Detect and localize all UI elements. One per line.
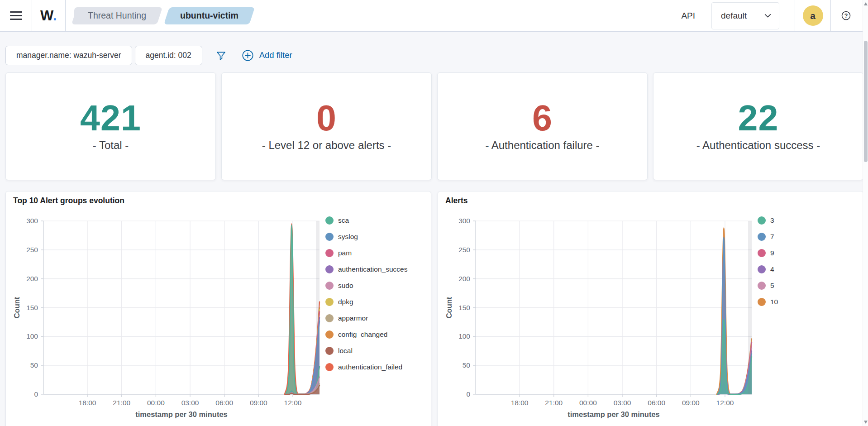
legend-label: local — [338, 347, 353, 355]
chart-legend: scasyslogpamauthentication_successudodpk… — [325, 212, 407, 375]
legend-label: apparmor — [338, 314, 368, 322]
scroll-thumb[interactable] — [864, 41, 868, 162]
stat-label: - Authentication failure - — [485, 139, 599, 152]
legend-label: dpkg — [338, 298, 353, 306]
legend-item-dpkg[interactable]: dpkg — [325, 294, 407, 310]
legend-dot-icon — [758, 298, 766, 306]
breadcrumb-label: ubuntu-victim — [180, 10, 238, 21]
x-tick-label: 21:00 — [545, 399, 563, 407]
stat-label: - Authentication success - — [696, 139, 820, 152]
menu-button[interactable] — [0, 0, 32, 31]
main-content: 421- Total -0- Level 12 or above alerts … — [0, 72, 868, 426]
stat-label: - Total - — [93, 139, 129, 152]
y-tick-label: 200 — [458, 275, 470, 282]
x-tick-label: 12:00 — [716, 399, 734, 407]
scroll-down-arrow-icon[interactable] — [864, 421, 868, 424]
breadcrumb-agent[interactable]: ubuntu-victim — [167, 7, 252, 24]
filter-pill-0[interactable]: manager.name: wazuh-server — [5, 46, 132, 65]
filter-options-button[interactable] — [212, 46, 230, 64]
breadcrumb-threat-hunting[interactable]: Threat Hunting — [74, 7, 160, 24]
stat-card-3: 22- Authentication success - — [653, 72, 863, 180]
legend-item-9[interactable]: 9 — [758, 245, 778, 261]
x-tick-label: 03:00 — [181, 399, 199, 407]
x-tick-label: 06:00 — [648, 399, 665, 407]
legend-item-syslog[interactable]: syslog — [325, 229, 407, 245]
legend-item-sudo[interactable]: sudo — [325, 278, 407, 294]
x-tick-label: 00:00 — [147, 399, 165, 407]
legend-item-config_changed[interactable]: config_changed — [325, 326, 407, 343]
y-tick-label: 300 — [458, 217, 470, 225]
add-filter-button[interactable]: Add filter — [242, 50, 292, 61]
y-axis-title: Count — [13, 297, 21, 318]
y-tick-label: 150 — [26, 304, 38, 311]
stat-value: 0 — [316, 101, 337, 135]
legend-item-authentication_succes[interactable]: authentication_succes — [325, 261, 407, 278]
y-tick-label: 50 — [463, 361, 471, 369]
legend-item-apparmor[interactable]: apparmor — [325, 310, 407, 326]
breadcrumbs: Threat Hunting ubuntu-victim — [74, 7, 252, 24]
stat-value: 22 — [738, 101, 779, 135]
legend-label: syslog — [338, 233, 358, 241]
help-button[interactable]: ? — [831, 0, 861, 31]
breadcrumb-label: Threat Hunting — [88, 10, 146, 21]
help-icon: ? — [841, 11, 851, 20]
y-tick-label: 250 — [26, 246, 38, 254]
legend-dot-icon — [325, 330, 334, 339]
legend-item-sca[interactable]: sca — [325, 212, 407, 229]
wazuh-logo[interactable]: W. — [32, 8, 65, 24]
y-tick-label: 200 — [26, 275, 38, 282]
y-tick-label: 250 — [458, 246, 470, 254]
charts-row: Top 10 Alert groups evolution05010015020… — [5, 191, 863, 426]
legend-label: sudo — [338, 282, 353, 290]
x-tick-label: 18:00 — [511, 399, 529, 407]
legend-item-authentication_failed[interactable]: authentication_failed — [325, 359, 407, 375]
y-tick-label: 0 — [466, 390, 470, 398]
legend-dot-icon — [325, 363, 334, 371]
api-select-value: default — [721, 11, 747, 21]
x-tick-label: 00:00 — [579, 399, 597, 407]
user-avatar[interactable]: a — [803, 5, 823, 26]
plus-circle-icon — [242, 50, 253, 61]
svg-text:?: ? — [844, 13, 848, 19]
logo-dot: . — [53, 8, 57, 24]
y-tick-label: 300 — [26, 217, 38, 225]
legend-dot-icon — [758, 216, 766, 225]
legend-label: 9 — [770, 249, 774, 257]
x-axis-title: timestamp per 30 minutes — [568, 410, 660, 418]
legend-item-7[interactable]: 7 — [758, 229, 778, 245]
top-bar: W. Threat Hunting ubuntu-victim API defa… — [0, 0, 868, 32]
legend-item-pam[interactable]: pam — [325, 245, 407, 261]
legend-dot-icon — [325, 314, 334, 322]
stat-card-1: 0- Level 12 or above alerts - — [221, 72, 432, 180]
legend-dot-icon — [758, 249, 766, 257]
legend-item-10[interactable]: 10 — [758, 294, 778, 310]
scroll-up-arrow-icon[interactable] — [864, 2, 868, 5]
y-tick-label: 100 — [458, 332, 470, 340]
x-axis-title: timestamp per 30 minutes — [135, 410, 228, 418]
legend-label: authentication_succes — [338, 265, 407, 273]
api-select[interactable]: default — [711, 2, 779, 29]
legend-label: 5 — [770, 282, 774, 290]
stat-label: - Level 12 or above alerts - — [262, 139, 391, 152]
legend-dot-icon — [325, 233, 334, 241]
legend-label: config_changed — [338, 330, 387, 339]
legend-item-3[interactable]: 3 — [758, 212, 778, 229]
legend-label: 4 — [770, 265, 774, 273]
header-divider — [65, 0, 66, 31]
x-tick-label: 06:00 — [215, 399, 233, 407]
partial-bucket-endzone — [748, 221, 752, 394]
y-tick-label: 0 — [34, 390, 38, 398]
filter-pill-1[interactable]: agent.id: 002 — [135, 46, 202, 65]
legend-dot-icon — [325, 347, 334, 355]
scrollbar[interactable] — [863, 0, 868, 426]
filter-icon — [216, 50, 226, 61]
chart-canvas[interactable]: 05010015020025030018:0021:0000:0003:0006… — [438, 191, 860, 426]
legend-label: 10 — [770, 298, 778, 306]
x-tick-label: 21:00 — [113, 399, 130, 407]
legend-item-local[interactable]: local — [325, 343, 407, 359]
y-axis-title: Count — [445, 297, 453, 318]
legend-item-5[interactable]: 5 — [758, 278, 778, 294]
stat-value: 6 — [532, 101, 553, 135]
legend-item-4[interactable]: 4 — [758, 261, 778, 278]
filter-bar: manager.name: wazuh-serveragent.id: 002 … — [0, 32, 868, 72]
